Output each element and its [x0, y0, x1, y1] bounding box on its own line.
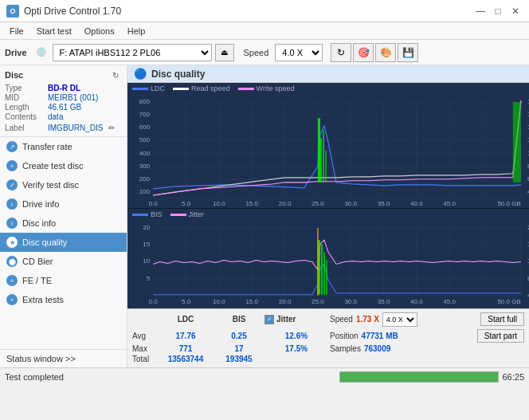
jitter-legend-label: Jitter: [189, 210, 205, 218]
svg-text:15.0: 15.0: [245, 200, 258, 206]
menu-starttest[interactable]: Start test: [30, 25, 78, 37]
svg-text:45.0: 45.0: [443, 200, 456, 206]
svg-text:300: 300: [139, 163, 151, 170]
nav-item-drive-info[interactable]: i Drive info: [0, 194, 127, 214]
svg-text:700: 700: [139, 111, 151, 118]
progress-bar: [340, 372, 498, 382]
svg-text:35.0: 35.0: [378, 298, 390, 305]
samples-label: Samples: [330, 344, 361, 353]
total-label: Total: [132, 355, 156, 363]
disc-type-key: Type: [5, 84, 45, 92]
svg-rect-0: [127, 94, 529, 206]
nav-label-fe-te: FE / TE: [22, 276, 52, 285]
speed-label: Speed: [244, 48, 269, 57]
speed-stats-select[interactable]: 4.0 X: [382, 312, 417, 327]
svg-text:20.0: 20.0: [279, 298, 292, 305]
write-speed-legend-dot: [238, 88, 254, 90]
nav-label-disc-info: Disc info: [22, 218, 56, 228]
svg-text:600: 600: [139, 124, 151, 131]
drive-label: Drive: [5, 48, 27, 57]
status-bar: Test completed 66:25: [0, 367, 529, 385]
stats-bar: LDC BIS ✓ Jitter Speed 1.73 X 4.0 X Star…: [127, 308, 529, 367]
verify-test-disc-icon: ✓: [6, 179, 18, 190]
refresh-icon-btn[interactable]: ↻: [331, 43, 351, 62]
write-speed-legend-label: Write speed: [257, 84, 295, 92]
nav-item-create-test-disc[interactable]: + Create test disc: [0, 156, 127, 175]
start-part-button[interactable]: Start part: [477, 329, 524, 343]
svg-text:10.0: 10.0: [213, 298, 225, 305]
svg-text:20: 20: [143, 224, 150, 231]
ldc-legend-dot: [132, 88, 148, 90]
disc-panel: Disc ↻ Type BD-R DL MID MEIRB1 (001) Len…: [0, 65, 127, 137]
app-title: Opti Drive Control 1.70: [24, 6, 121, 17]
status-window-label: Status window >>: [6, 354, 76, 363]
maximize-button[interactable]: □: [491, 4, 505, 18]
toolbar: Drive 💿 F: ATAPI iHBS112 2 PL06 ⏏ Speed …: [0, 40, 529, 65]
read-speed-legend-dot: [173, 88, 189, 90]
menu-file[interactable]: File: [3, 25, 30, 37]
nav-item-disc-info[interactable]: i Disc info: [0, 214, 127, 233]
disc-label-icon-btn[interactable]: ✏: [106, 122, 117, 133]
speed-select[interactable]: 4.0 X: [275, 44, 323, 61]
svg-rect-91: [326, 261, 327, 295]
disc-mid-key: MID: [5, 93, 45, 102]
disc-contents-key: Contents: [5, 112, 45, 121]
create-test-disc-icon: +: [6, 160, 18, 171]
status-window-button[interactable]: Status window >>: [0, 349, 127, 367]
jitter-checkbox[interactable]: ✓: [264, 315, 274, 324]
sidebar: Disc ↻ Type BD-R DL MID MEIRB1 (001) Len…: [0, 65, 127, 367]
svg-text:0.0: 0.0: [149, 200, 159, 206]
svg-text:50.0 GB: 50.0 GB: [497, 200, 521, 206]
ldc-col-header: LDC: [158, 315, 214, 324]
nav-item-cd-bier[interactable]: ⬤ CD Bier: [0, 252, 127, 271]
svg-text:25.0: 25.0: [312, 298, 324, 305]
svg-text:100: 100: [139, 188, 151, 195]
nav-label-create-test-disc: Create test disc: [22, 161, 83, 171]
nav-item-verify-test-disc[interactable]: ✓ Verify test disc: [0, 175, 127, 194]
eject-button[interactable]: ⏏: [215, 44, 234, 61]
jitter-col-header: Jitter: [276, 315, 296, 324]
svg-text:15: 15: [143, 241, 150, 248]
svg-text:800: 800: [139, 98, 151, 105]
color-icon-btn[interactable]: 🎨: [375, 43, 396, 62]
status-time: 66:25: [502, 372, 524, 382]
close-button[interactable]: ✕: [508, 4, 523, 18]
nav-label-transfer-rate: Transfer rate: [22, 142, 72, 151]
titlebar: O Opti Drive Control 1.70 — □ ✕: [0, 0, 529, 22]
minimize-button[interactable]: —: [473, 4, 488, 18]
nav-item-fe-te[interactable]: ≈ FE / TE: [0, 271, 127, 290]
speed-val-stats: 1.73 X: [356, 315, 379, 324]
disc-refresh-button[interactable]: ↻: [109, 69, 122, 81]
disc-label-key: Label: [5, 124, 45, 132]
svg-text:500: 500: [139, 136, 151, 143]
settings-icon-btn[interactable]: 🎯: [353, 43, 374, 62]
samples-val: 763009: [364, 344, 390, 353]
nav-item-transfer-rate[interactable]: ↗ Transfer rate: [0, 137, 127, 156]
jitter-avg: 12.6%: [264, 332, 328, 340]
menu-help[interactable]: Help: [121, 25, 152, 37]
charts-container: LDC Read speed Write speed: [127, 83, 529, 308]
ldc-max: 771: [158, 344, 214, 353]
top-chart-svg: 800 700 600 500 400 300 200 100 18X 16X …: [127, 94, 529, 206]
svg-text:25.0: 25.0: [312, 200, 324, 206]
drive-select[interactable]: F: ATAPI iHBS112 2 PL06: [53, 44, 212, 61]
nav-item-disc-quality[interactable]: ★ Disc quality: [0, 233, 127, 252]
svg-rect-51: [127, 220, 529, 307]
transfer-rate-icon: ↗: [6, 141, 18, 152]
fe-te-icon: ≈: [6, 275, 18, 286]
svg-rect-50: [513, 102, 521, 183]
disc-contents-val: data: [48, 112, 63, 121]
svg-rect-47: [320, 138, 322, 182]
nav-item-extra-tests[interactable]: + Extra tests: [0, 290, 127, 309]
status-text: Test completed: [5, 372, 336, 382]
read-speed-legend-label: Read speed: [191, 84, 230, 92]
menu-options[interactable]: Options: [78, 25, 121, 37]
start-full-button[interactable]: Start full: [480, 312, 524, 326]
disc-length-key: Length: [5, 103, 45, 112]
green-spike-top: [318, 118, 320, 183]
save-icon-btn[interactable]: 💾: [398, 43, 418, 62]
ldc-total: 13563744: [158, 355, 214, 363]
svg-text:400: 400: [139, 150, 151, 157]
nav-label-cd-bier: CD Bier: [22, 257, 53, 266]
svg-text:5.0: 5.0: [182, 298, 191, 305]
